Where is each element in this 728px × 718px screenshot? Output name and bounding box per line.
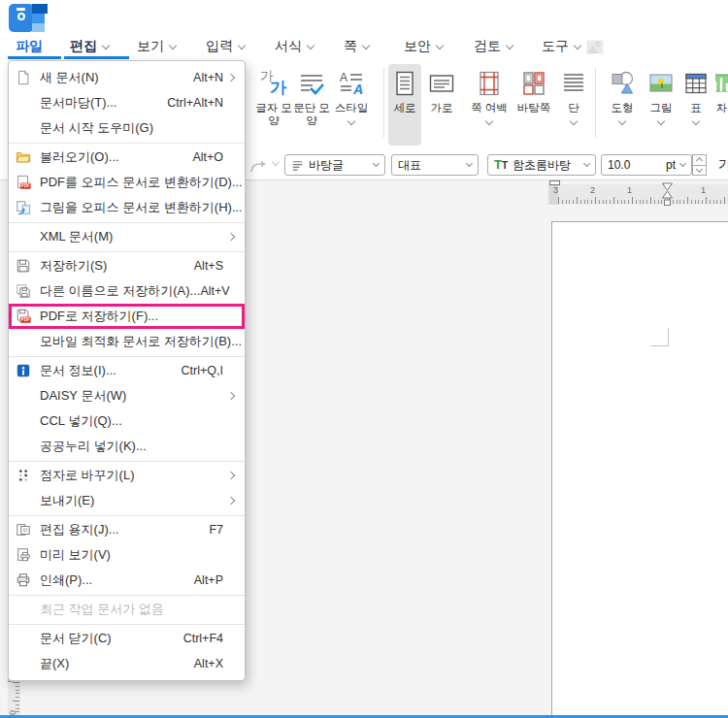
menu-view[interactable]: 보기 <box>137 37 176 56</box>
shapes-button[interactable]: 도형 <box>604 64 641 146</box>
menu-separator <box>9 515 245 516</box>
columns-icon <box>560 68 587 99</box>
menu-item-image-to-office[interactable]: 그림을 오피스 문서로 변환하기(H)... <box>9 195 245 220</box>
menu-item-xml-document[interactable]: XML 문서(M) <box>9 224 245 249</box>
columns-label: 단 <box>568 102 579 114</box>
horizontal-ruler-major-ticks <box>558 197 728 204</box>
menu-format[interactable]: 서식 <box>275 37 314 56</box>
ribbon-separator <box>383 68 384 138</box>
menu-security-label: 보안 <box>404 38 431 55</box>
menu-item-daisy-document[interactable]: DAISY 문서(W) <box>9 383 245 408</box>
menu-item-save-mobile-optimized[interactable]: 모바일 최적화 문서로 저장하기(B)... <box>9 329 245 354</box>
svg-text:A: A <box>352 82 363 97</box>
menu-item-close-document[interactable]: 문서 닫기(C) Ctrl+F4 <box>9 626 245 651</box>
new-document-icon <box>15 70 31 86</box>
menu-page[interactable]: 쪽 <box>344 37 369 56</box>
style-button[interactable]: AA 스타일 <box>331 64 372 146</box>
chevron-down-icon <box>102 41 110 49</box>
picture-label: 그림 <box>650 102 673 114</box>
menu-separator <box>9 595 245 596</box>
menu-review[interactable]: 검토 <box>474 37 513 56</box>
horizontal-ruler[interactable]: 3 2 1 1 <box>547 184 728 205</box>
document-page[interactable] <box>551 221 728 718</box>
menu-edit-label: 편집 <box>70 38 97 55</box>
landscape-button[interactable]: 가로 <box>425 64 458 146</box>
table-icon <box>682 68 710 99</box>
menu-item-save-as-pdf[interactable]: PDF PDF로 저장하기(F)... <box>9 304 245 329</box>
picture-button[interactable]: 그림 <box>643 64 679 146</box>
portrait-button[interactable]: 세로 <box>388 64 421 146</box>
menu-item-save-as[interactable]: 다른 이름으로 저장하기(A)... Alt+V <box>9 278 245 304</box>
chart-button[interactable]: 차 <box>715 64 728 146</box>
menu-file[interactable]: 파일 <box>16 37 43 56</box>
columns-button[interactable]: 단 <box>558 64 589 146</box>
indent-marker[interactable] <box>661 182 674 212</box>
menu-format-label: 서식 <box>275 38 302 55</box>
chevron-down-icon <box>347 117 355 125</box>
font-name-select[interactable]: TT 함초롬바탕 <box>487 154 596 176</box>
style-type-select[interactable]: 대표 <box>391 154 479 176</box>
text-area-corner-mark <box>650 328 669 346</box>
menu-item-exit[interactable]: 끝(X) Alt+X <box>9 651 245 676</box>
redo-dropdown-chevron[interactable] <box>272 158 280 166</box>
chevron-down-icon <box>238 41 246 49</box>
menu-tools[interactable]: 도구 <box>542 37 580 56</box>
hwp-app-icon[interactable] <box>9 4 48 32</box>
redo-icon <box>248 159 268 174</box>
menu-item-print-preview[interactable]: 미리 보기(V) <box>9 542 245 568</box>
hwp-icon-blue-square <box>9 4 34 32</box>
menu-input-label: 입력 <box>206 38 233 55</box>
menu-item-start-helper[interactable]: 문서 시작 도우미(G) <box>9 115 245 141</box>
open-folder-icon <box>15 149 31 166</box>
hwp-icon-glyph <box>15 8 27 20</box>
chevron-up-icon <box>696 157 703 164</box>
menu-item-save[interactable]: 저장하기(S) Alt+S <box>9 253 245 278</box>
page-margins-button[interactable]: 쪽 여백 <box>470 64 509 146</box>
paragraph-shape-button[interactable]: 문단 모양 <box>293 64 330 146</box>
svg-text:A: A <box>340 71 347 84</box>
menu-item-insert-kogl[interactable]: 공공누리 넣기(K)... <box>9 434 245 459</box>
master-page-icon <box>520 68 547 99</box>
menu-item-convert-to-braille[interactable]: 점자로 바꾸기(L) <box>9 463 245 488</box>
menu-edit[interactable]: 편집 <box>70 37 109 56</box>
menu-item-pdf-to-office[interactable]: PDF PDF를 오피스 문서로 변환하기(D)... <box>9 170 245 195</box>
font-size-spinner[interactable] <box>692 154 707 176</box>
chevron-down-icon <box>506 41 513 49</box>
menu-bar: 파일 편집 보기 입력 서식 쪽 보안 검토 <box>0 35 728 60</box>
hwp-icon-stripe-2 <box>32 14 45 23</box>
svg-text:PDF: PDF <box>20 183 29 188</box>
spinner-down-button[interactable] <box>692 166 707 177</box>
menu-input[interactable]: 입력 <box>206 37 245 56</box>
page-margins-label: 쪽 여백 <box>471 102 508 114</box>
bold-button[interactable]: 가 <box>718 156 728 174</box>
menu-item-page-setup[interactable]: 편집 용지(J)... F7 <box>9 517 245 542</box>
redo-button[interactable] <box>248 159 268 178</box>
font-size-unit: pt <box>666 158 676 172</box>
document-info-icon <box>15 363 31 379</box>
hruler-label-1-right: 1 <box>701 185 706 195</box>
menu-item-send[interactable]: 보내기(E) <box>9 488 245 513</box>
master-page-button[interactable]: 바탕쪽 <box>513 64 555 146</box>
menu-item-open[interactable]: 불러오기(O)... Alt+O <box>9 145 245 170</box>
chevron-down-icon <box>436 41 444 49</box>
paragraph-shape-label: 문단 모양 <box>293 102 330 127</box>
menu-item-no-recent-documents: 최근 작업 문서가 없음 <box>9 597 245 622</box>
menu-item-new-document[interactable]: 새 문서(N) Alt+N <box>9 65 245 90</box>
menu-item-document-info[interactable]: 문서 정보(I)... Ctrl+Q,I <box>9 358 245 383</box>
menu-page-label: 쪽 <box>344 38 357 55</box>
picture-icon <box>586 40 604 58</box>
menu-item-print[interactable]: 인쇄(P)... Alt+P <box>9 568 245 593</box>
braille-icon <box>15 468 31 484</box>
margin-tab-marker[interactable] <box>549 180 560 185</box>
menu-item-document-templates[interactable]: 문서마당(T)... Ctrl+Alt+N <box>9 90 245 115</box>
paragraph-style-icon <box>291 159 304 172</box>
table-button[interactable]: 표 <box>680 64 711 146</box>
portrait-page-icon <box>391 68 418 99</box>
spinner-up-button[interactable] <box>692 154 707 166</box>
font-size-select[interactable]: 10.0 pt <box>601 154 692 176</box>
char-shape-button[interactable]: 가가 글자 모양 <box>255 64 292 146</box>
menu-item-insert-ccl[interactable]: CCL 넣기(Q)... <box>9 408 245 434</box>
paragraph-style-select[interactable]: 바탕글 <box>284 154 385 176</box>
file-tab-underline <box>8 56 61 59</box>
menu-security[interactable]: 보안 <box>404 37 443 56</box>
